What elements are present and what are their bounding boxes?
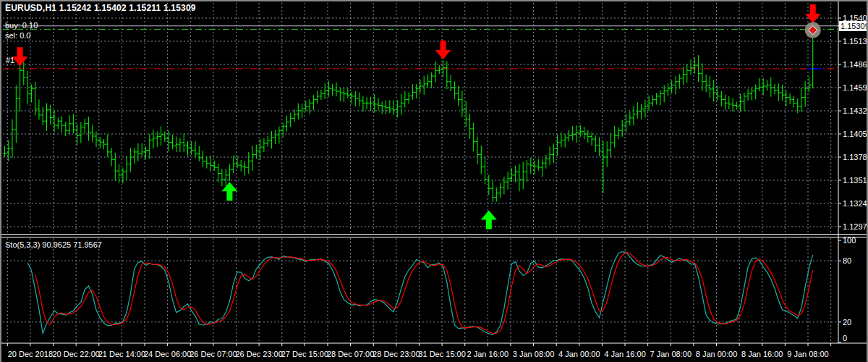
grid <box>3 3 838 342</box>
time-axis-label: 7 Jan 08:00 <box>650 350 692 359</box>
time-axis-label: 27 Dec 15:00 <box>281 350 328 359</box>
time-axis-label: 20 Dec 2018 <box>8 350 53 359</box>
indicator-axis-label: 100 <box>843 236 856 245</box>
price-axis-label: 1.12970 <box>843 222 868 232</box>
price-axis-label: 1.15400 <box>843 14 868 23</box>
chart-canvas[interactable] <box>1 1 868 362</box>
buy-signal-arrow-icon[interactable] <box>221 182 237 201</box>
time-axis-label: 26 Dec 07:00 <box>190 350 237 359</box>
time-axis-label: 2 Jan 16:00 <box>467 350 509 359</box>
sell-signal-arrow-icon[interactable] <box>435 41 451 59</box>
time-axis-label: 8 Jan 16:00 <box>741 350 783 359</box>
time-axis-label: 9 Jan 08:00 <box>787 350 829 359</box>
price-axis-label: 1.13780 <box>843 153 868 162</box>
price-axis-label: 1.15130 <box>843 37 868 46</box>
price-axis-label: 1.14050 <box>843 130 868 139</box>
time-axis-label: 8 Jan 00:00 <box>696 350 738 359</box>
chart-window: EURUSD,H1 1.15242 1.15402 1.15211 1.1530… <box>0 0 868 362</box>
indicator-axis-label: 20 <box>843 318 851 327</box>
time-axis-label: 26 Dec 23:00 <box>235 350 282 359</box>
time-axis-label: 20 Dec 22:00 <box>52 350 99 359</box>
panel-borders <box>1 1 868 343</box>
price-axis-label: 1.14590 <box>843 83 868 93</box>
time-axis-label: 3 Jan 08:00 <box>513 350 555 359</box>
trade-marker-bubble[interactable] <box>805 22 821 38</box>
buy-signal-arrow-icon[interactable] <box>481 210 497 229</box>
time-axis-label: 4 Jan 00:00 <box>558 350 600 359</box>
price-axis-label: 1.14320 <box>843 106 868 116</box>
sell-signal-arrow-icon[interactable] <box>805 4 821 23</box>
indicator-axis-label: 80 <box>843 256 851 266</box>
time-axis-label: 28 Dec 07:00 <box>327 350 374 359</box>
buy-volume-label: buy: 0.10 <box>5 21 38 30</box>
price-axis-label: 1.13510 <box>843 176 868 185</box>
time-axis-label: 24 Dec 06:00 <box>144 350 191 359</box>
price-axis-label: 1.13240 <box>843 199 868 209</box>
sell-volume-label: sel: 0.0 <box>5 31 30 41</box>
symbol-ohlc-title: EURUSD,H1 1.15242 1.15402 1.15211 1.1530… <box>5 4 196 13</box>
time-axis-label: 4 Jan 16:00 <box>604 350 646 359</box>
time-axis-label: 31 Dec 15:00 <box>418 350 465 359</box>
indicator-axis-label: 0 <box>843 334 847 343</box>
signal-arrows <box>12 4 821 229</box>
ohlc-bar-series <box>3 18 814 202</box>
price-axis-label: 1.14860 <box>843 60 868 70</box>
order-ticket-label: #1 <box>6 56 14 65</box>
time-axis-label: 21 Dec 14:00 <box>98 350 145 359</box>
time-axis-label: 28 Dec 23:00 <box>373 350 420 359</box>
indicator-label: Sto(5,3,3) 90.9625 71.9567 <box>5 240 102 250</box>
